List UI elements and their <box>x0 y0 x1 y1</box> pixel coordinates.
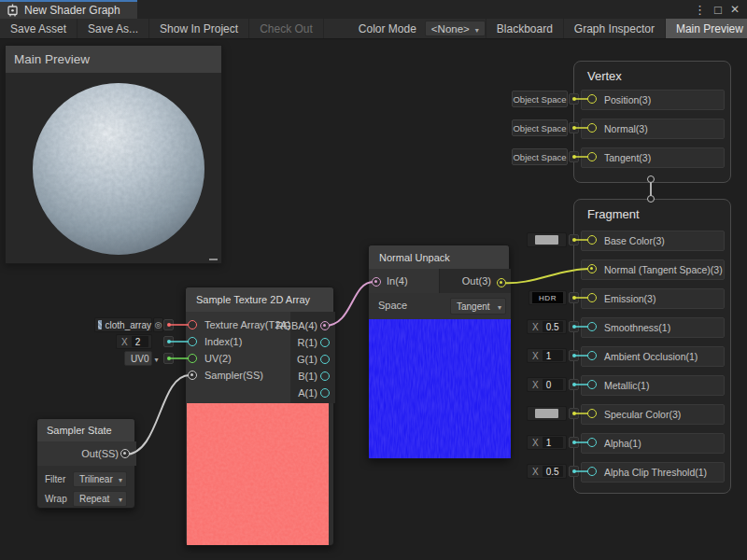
slot-specular-color[interactable]: Specular Color(3) <box>581 404 725 425</box>
slot-normal[interactable]: Normal(3) <box>581 119 725 139</box>
ao-field[interactable]: X1 <box>527 348 567 363</box>
save-asset-button[interactable]: Save Asset <box>0 19 78 38</box>
space-selector-position[interactable]: Object Space <box>512 91 568 107</box>
vector3-dot-icon <box>572 412 576 415</box>
stack-connector-top <box>647 175 655 183</box>
smoothness-field[interactable]: X0.5 <box>527 319 567 334</box>
port-out-ss[interactable] <box>120 449 130 458</box>
smoothness-value[interactable]: 0.5 <box>543 321 563 332</box>
input-uv-label: UV(2) <box>204 353 232 364</box>
filter-dropdown[interactable]: Trilinear <box>73 471 127 487</box>
alpha-clip-field[interactable]: X0.5 <box>527 464 567 479</box>
dropdown-arrow-icon <box>113 474 122 484</box>
maximize-icon[interactable]: □ <box>714 4 722 16</box>
port-vertex-normal[interactable] <box>587 123 597 133</box>
space-selector-normal[interactable]: Object Space <box>512 119 568 136</box>
port-emission[interactable] <box>587 293 597 302</box>
slot-specular-label: Specular Color(3) <box>604 409 681 420</box>
normal-unpack-header[interactable]: Normal Unpack <box>369 245 509 269</box>
main-preview-header[interactable]: Main Preview <box>6 46 221 73</box>
document-tab[interactable]: New Shader Graph <box>0 0 137 19</box>
emission-hdr-swatch[interactable]: HDR <box>529 290 567 305</box>
slot-alpha[interactable]: Alpha(1) <box>581 433 725 454</box>
texture-thumbnail-icon <box>98 320 102 329</box>
index-value[interactable]: 2 <box>132 336 148 347</box>
port-base-color[interactable] <box>587 235 597 245</box>
port-specular-color[interactable] <box>587 409 597 418</box>
base-color-swatch[interactable] <box>527 232 567 247</box>
main-preview-button[interactable]: Main Preview <box>665 19 747 38</box>
blackboard-button[interactable]: Blackboard <box>486 19 563 38</box>
port-texture-array-input[interactable] <box>188 320 197 329</box>
space-selector-tangent[interactable]: Object Space <box>512 148 568 165</box>
port-smoothness[interactable] <box>587 322 597 331</box>
normal-unpack-title: Normal Unpack <box>379 252 450 263</box>
vertex-context-node[interactable]: Vertex Position(3) Normal(3) Tangent(3) <box>573 61 731 183</box>
uv-channel-dropdown[interactable]: UV0 <box>124 351 152 366</box>
normal-unpack-node[interactable]: Normal Unpack In(4) Out(3) Space Tangent <box>368 245 510 459</box>
widget-port-cell <box>569 466 579 477</box>
resize-grip[interactable] <box>209 259 218 260</box>
port-b-output[interactable] <box>320 371 330 381</box>
slot-alpha-clip[interactable]: Alpha Clip Threshold(1) <box>581 462 725 483</box>
space-dropdown[interactable]: Tangent <box>450 298 506 315</box>
port-r-output[interactable] <box>320 338 330 347</box>
uv-channel-value: UV0 <box>131 354 148 364</box>
port-metallic[interactable] <box>587 380 597 389</box>
port-uv-input[interactable] <box>188 354 197 363</box>
port-in4[interactable] <box>372 277 381 287</box>
slot-smoothness-label: Smoothness(1) <box>604 322 670 333</box>
graph-inspector-button[interactable]: Graph Inspector <box>563 19 665 38</box>
slot-position[interactable]: Position(3) <box>581 90 725 110</box>
specular-color-swatch[interactable] <box>527 406 567 421</box>
show-in-project-button[interactable]: Show In Project <box>149 19 249 38</box>
port-rgba-output[interactable] <box>320 321 330 330</box>
main-preview-viewport[interactable] <box>6 73 221 263</box>
widget-port-cell <box>569 350 579 361</box>
color-mode-dropdown[interactable]: <None> <box>425 21 486 36</box>
slot-metallic[interactable]: Metallic(1) <box>581 375 725 396</box>
x-prefix: X <box>528 322 543 332</box>
object-picker-icon[interactable]: ◎ <box>153 317 163 332</box>
slot-ambient-occlusion[interactable]: Ambient Occlusion(1) <box>581 346 725 367</box>
filter-value: Trilinear <box>79 474 113 484</box>
slot-emission-label: Emission(3) <box>604 293 655 304</box>
alpha-field[interactable]: X1 <box>527 435 567 450</box>
fragment-context-node[interactable]: Fragment Base Color(3) Normal (Tangent S… <box>573 199 731 494</box>
slot-emission[interactable]: Emission(3) <box>581 288 725 309</box>
save-as-button[interactable]: Save As... <box>78 19 149 38</box>
port-out3[interactable] <box>497 278 506 287</box>
port-g-output[interactable] <box>320 355 330 364</box>
port-ambient-occlusion[interactable] <box>587 351 597 360</box>
index-field[interactable]: X2 <box>116 334 152 349</box>
slot-tangent[interactable]: Tangent(3) <box>581 147 725 168</box>
close-icon[interactable]: ✕ <box>730 4 740 15</box>
graph-canvas[interactable]: Main Preview <box>0 39 747 560</box>
port-alpha-clip-threshold[interactable] <box>587 467 597 476</box>
sample-texture-2d-array-node[interactable]: Sample Texture 2D Array Texture Array(T2… <box>185 287 334 546</box>
wrap-dropdown[interactable]: Repeat <box>73 491 127 507</box>
port-alpha[interactable] <box>587 438 597 447</box>
port-vertex-tangent[interactable] <box>587 152 597 161</box>
slot-base-color[interactable]: Base Color(3) <box>581 231 725 251</box>
sampler-state-header[interactable]: Sampler State <box>37 419 134 441</box>
sampler-state-node[interactable]: Sampler State Out(SS) Filter Trilinear W… <box>36 418 135 509</box>
vector3-dot-icon <box>572 296 576 300</box>
port-normal-tangent-space[interactable] <box>587 264 597 273</box>
main-preview-panel[interactable]: Main Preview <box>5 45 222 264</box>
port-index-input[interactable] <box>188 337 197 346</box>
stack-connector-bottom <box>647 195 655 203</box>
slot-smoothness[interactable]: Smoothness(1) <box>581 317 725 338</box>
sample-texture-header[interactable]: Sample Texture 2D Array <box>186 287 333 312</box>
port-sampler-input[interactable] <box>188 371 197 380</box>
alpha-clip-value[interactable]: 0.5 <box>543 466 563 477</box>
port-vertex-position[interactable] <box>587 94 597 104</box>
alpha-value[interactable]: 1 <box>543 437 563 448</box>
window-menu-icon[interactable]: ⋮ <box>694 4 706 16</box>
metallic-field[interactable]: X0 <box>527 377 567 392</box>
metallic-value[interactable]: 0 <box>543 379 563 390</box>
texture-array-object-field[interactable]: cloth_array <box>94 317 152 332</box>
slot-normal-ts[interactable]: Normal (Tangent Space)(3) <box>581 259 725 280</box>
port-a-output[interactable] <box>320 388 330 398</box>
ao-value[interactable]: 1 <box>543 350 563 361</box>
